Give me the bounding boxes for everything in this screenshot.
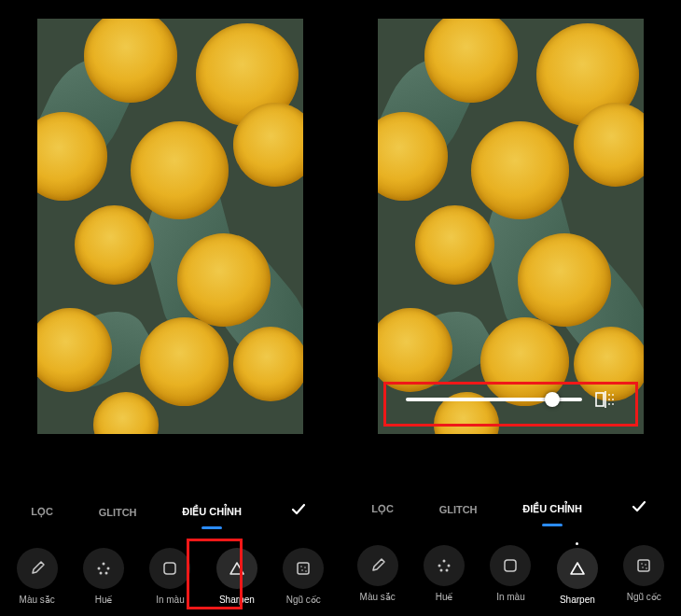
svg-rect-11 [596,393,604,406]
svg-point-13 [608,394,610,396]
eyedropper-icon [28,559,47,578]
tool-label: Sharpen [560,595,595,605]
tool-grain[interactable]: Ngũ cốc [275,548,331,605]
svg-point-27 [645,564,646,566]
tool-label: Sharpen [219,595,255,605]
tool-print[interactable]: In màu [482,545,538,602]
photo-preview[interactable] [378,19,644,434]
dots-icon [94,559,113,578]
svg-point-29 [646,567,647,569]
tool-label: Ngũ cốc [286,595,321,605]
tool-print[interactable]: In màu [142,548,198,605]
svg-point-15 [608,399,610,400]
svg-point-21 [448,565,451,567]
tool-color[interactable]: Màu sắc [9,548,65,605]
svg-point-2 [107,567,110,570]
svg-point-23 [446,569,449,572]
tool-grain[interactable]: Ngũ cốc [616,545,672,602]
tabs-row: LỌC GLITCH ĐIỀU CHỈNH [0,487,340,531]
left-panel: LỌC GLITCH ĐIỀU CHỈNH Màu sắc Huế In màu… [0,0,340,616]
tool-label: Màu sắc [20,595,55,605]
tool-label: Huế [95,595,113,605]
svg-point-14 [612,394,614,396]
svg-point-0 [103,563,105,566]
tool-hue[interactable]: Huế [416,545,472,602]
right-panel: LỌC GLITCH ĐIỀU CHỈNH Màu sắc Huế In màu… [340,0,681,616]
tool-label: Ngũ cốc [627,592,661,602]
compare-icon[interactable] [595,391,616,408]
svg-point-26 [641,563,643,565]
svg-point-19 [443,560,446,563]
square-icon [160,559,179,578]
tab-filter[interactable]: LỌC [27,500,57,524]
tool-hue[interactable]: Huế [76,548,132,605]
svg-point-20 [438,565,441,567]
tab-glitch[interactable]: GLITCH [95,501,141,524]
eyedropper-icon [368,556,387,575]
svg-rect-24 [505,560,516,571]
image-area-left [0,0,340,487]
svg-point-7 [300,566,302,567]
svg-point-16 [612,399,614,400]
tabs-row: LỌC GLITCH ĐIỀU CHỈNH [340,484,681,528]
svg-rect-25 [638,560,649,571]
tab-filter[interactable]: LỌC [368,497,397,521]
tool-label: Huế [436,592,453,602]
svg-point-9 [301,569,303,571]
svg-point-1 [98,567,101,570]
svg-point-17 [608,403,610,405]
image-area-right [340,0,681,484]
tool-label: Màu sắc [360,592,396,602]
tab-adjust[interactable]: ĐIỀU CHỈNH [178,500,245,524]
tool-label: In màu [156,595,185,605]
photo-preview[interactable] [37,19,303,434]
svg-point-28 [642,567,644,568]
confirm-button[interactable] [284,497,313,527]
svg-rect-5 [164,563,175,574]
svg-point-3 [100,572,103,575]
slider-thumb[interactable] [545,392,560,407]
tool-sharpen[interactable]: Sharpen [549,545,605,605]
svg-point-8 [304,567,306,568]
tools-row: Màu sắc Huế In màu Sharpen Ngũ cốc [0,531,340,616]
dots-icon [435,556,453,575]
triangle-icon [568,559,587,578]
active-dot [576,542,578,545]
sharpen-slider-row [395,382,627,417]
tab-adjust[interactable]: ĐIỀU CHỈNH [519,497,586,521]
svg-point-18 [612,403,614,405]
tool-label: In màu [496,592,525,602]
grain-icon [294,559,313,578]
square-icon [501,556,520,575]
triangle-icon [228,559,246,578]
tool-sharpen[interactable]: Sharpen [209,548,265,605]
tab-glitch[interactable]: GLITCH [436,498,481,521]
tool-color[interactable]: Màu sắc [350,545,406,602]
sharpen-slider[interactable] [406,398,582,401]
svg-point-10 [305,570,307,572]
svg-point-4 [105,572,108,575]
svg-point-22 [440,569,443,572]
grain-icon [634,556,653,575]
confirm-button[interactable] [624,494,654,525]
tools-row: Màu sắc Huế In màu Sharpen Ngũ cốc [340,528,681,616]
svg-rect-6 [298,563,309,574]
